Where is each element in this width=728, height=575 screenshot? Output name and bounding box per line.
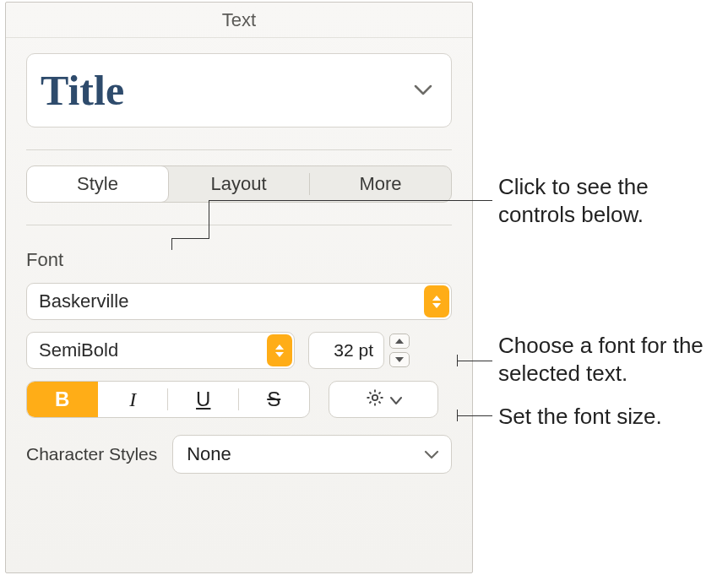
callout-line: [209, 200, 492, 201]
tab-layout-label: Layout: [210, 173, 266, 195]
chevron-down-icon: [424, 443, 439, 465]
tab-style-label: Style: [77, 173, 118, 195]
panel-header: Text: [6, 3, 472, 38]
font-size-control: 32 pt: [308, 332, 410, 369]
chevron-down-icon: [390, 390, 402, 410]
text-inspector-panel: Text Title Style Layout More Font Basker: [5, 2, 473, 573]
font-size-stepper: [389, 332, 410, 369]
font-family-value: Baskerville: [39, 290, 128, 312]
underline-glyph: U: [196, 388, 210, 411]
paragraph-style-name: Title: [41, 66, 124, 115]
caret-down-icon: [395, 357, 404, 362]
callout-font-family: Choose a font for the selected text.: [498, 332, 726, 387]
tab-layout[interactable]: Layout: [168, 166, 309, 202]
callout-line: [457, 361, 492, 361]
font-size-value: 32 pt: [334, 340, 373, 360]
font-family-popup[interactable]: Baskerville: [26, 283, 452, 320]
panel-title: Text: [222, 9, 256, 30]
underline-button[interactable]: U: [168, 382, 239, 417]
divider: [26, 225, 452, 225]
svg-point-0: [372, 394, 378, 399]
panel-body: Title Style Layout More Font Baskerville: [6, 38, 472, 474]
character-styles-popup[interactable]: None: [172, 435, 452, 474]
callout-tick: [171, 238, 172, 250]
gear-icon: [365, 388, 385, 412]
font-size-step-up[interactable]: [389, 334, 410, 349]
popup-stepper-icon: [267, 334, 292, 366]
chevron-down-icon: [414, 84, 432, 96]
callout-line: [457, 415, 492, 416]
tab-more-label: More: [359, 173, 401, 195]
paragraph-style-popup[interactable]: Title: [26, 53, 452, 127]
tab-more[interactable]: More: [310, 166, 451, 202]
caret-up-icon: [395, 339, 404, 344]
font-size-step-down[interactable]: [389, 352, 410, 367]
font-weight-popup[interactable]: SemiBold: [26, 332, 295, 369]
character-styles-value: None: [187, 443, 231, 465]
callout-line: [209, 200, 209, 238]
italic-button[interactable]: I: [98, 382, 169, 417]
tab-style[interactable]: Style: [26, 165, 169, 203]
italic-glyph: I: [129, 388, 136, 411]
text-tabs: Style Layout More: [26, 165, 452, 203]
callout-tabs: Click to see the controls below.: [498, 173, 718, 228]
strike-glyph: S: [267, 388, 280, 411]
font-section-label: Font: [26, 249, 452, 271]
callout-font-size: Set the font size.: [498, 403, 726, 431]
advanced-options-button[interactable]: [329, 381, 438, 418]
divider: [26, 149, 452, 150]
character-styles-label: Character Styles: [26, 444, 157, 464]
font-weight-value: SemiBold: [39, 339, 118, 361]
callout-line: [171, 238, 209, 239]
bold-button[interactable]: B: [27, 382, 98, 417]
popup-stepper-icon: [424, 285, 449, 317]
text-style-segmented: B I U S: [26, 381, 310, 418]
bold-glyph: B: [55, 388, 69, 411]
font-size-field[interactable]: 32 pt: [308, 332, 384, 369]
strikethrough-button[interactable]: S: [239, 382, 310, 417]
